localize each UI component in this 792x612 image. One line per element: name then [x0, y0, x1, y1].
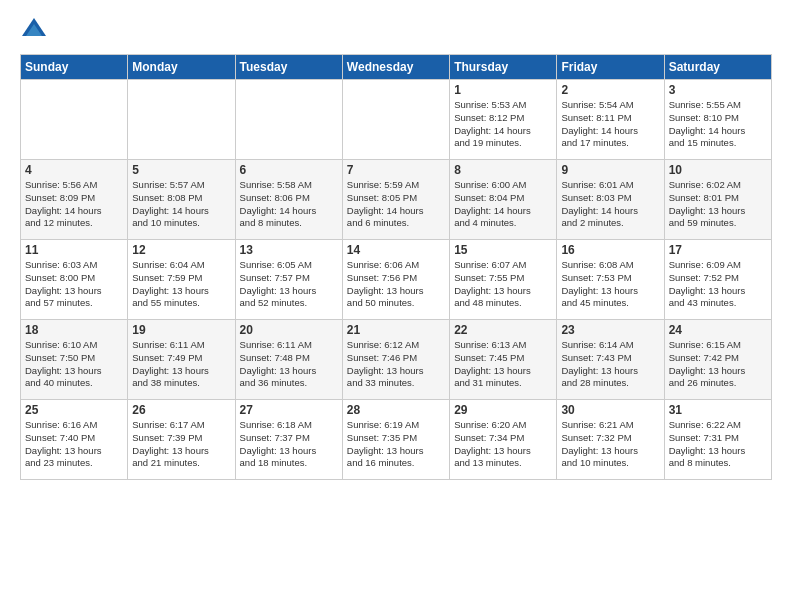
day-number: 26: [132, 403, 230, 417]
calendar-cell: 29Sunrise: 6:20 AM Sunset: 7:34 PM Dayli…: [450, 400, 557, 480]
week-row-3: 11Sunrise: 6:03 AM Sunset: 8:00 PM Dayli…: [21, 240, 772, 320]
day-number: 19: [132, 323, 230, 337]
day-info: Sunrise: 5:53 AM Sunset: 8:12 PM Dayligh…: [454, 99, 552, 150]
day-number: 2: [561, 83, 659, 97]
calendar-cell: 31Sunrise: 6:22 AM Sunset: 7:31 PM Dayli…: [664, 400, 771, 480]
header: [20, 16, 772, 44]
calendar-cell: 2Sunrise: 5:54 AM Sunset: 8:11 PM Daylig…: [557, 80, 664, 160]
calendar-cell: 24Sunrise: 6:15 AM Sunset: 7:42 PM Dayli…: [664, 320, 771, 400]
day-info: Sunrise: 6:14 AM Sunset: 7:43 PM Dayligh…: [561, 339, 659, 390]
calendar-cell: 21Sunrise: 6:12 AM Sunset: 7:46 PM Dayli…: [342, 320, 449, 400]
day-number: 20: [240, 323, 338, 337]
calendar-cell: 3Sunrise: 5:55 AM Sunset: 8:10 PM Daylig…: [664, 80, 771, 160]
day-number: 27: [240, 403, 338, 417]
day-info: Sunrise: 6:18 AM Sunset: 7:37 PM Dayligh…: [240, 419, 338, 470]
weekday-header-thursday: Thursday: [450, 55, 557, 80]
weekday-header-wednesday: Wednesday: [342, 55, 449, 80]
calendar-cell: 12Sunrise: 6:04 AM Sunset: 7:59 PM Dayli…: [128, 240, 235, 320]
day-info: Sunrise: 6:19 AM Sunset: 7:35 PM Dayligh…: [347, 419, 445, 470]
day-info: Sunrise: 5:58 AM Sunset: 8:06 PM Dayligh…: [240, 179, 338, 230]
day-number: 13: [240, 243, 338, 257]
calendar-cell: 4Sunrise: 5:56 AM Sunset: 8:09 PM Daylig…: [21, 160, 128, 240]
calendar-cell: [342, 80, 449, 160]
day-number: 18: [25, 323, 123, 337]
day-number: 17: [669, 243, 767, 257]
day-number: 24: [669, 323, 767, 337]
weekday-header-row: SundayMondayTuesdayWednesdayThursdayFrid…: [21, 55, 772, 80]
calendar-cell: 17Sunrise: 6:09 AM Sunset: 7:52 PM Dayli…: [664, 240, 771, 320]
day-info: Sunrise: 6:08 AM Sunset: 7:53 PM Dayligh…: [561, 259, 659, 310]
day-number: 31: [669, 403, 767, 417]
day-info: Sunrise: 6:03 AM Sunset: 8:00 PM Dayligh…: [25, 259, 123, 310]
day-number: 29: [454, 403, 552, 417]
day-info: Sunrise: 6:21 AM Sunset: 7:32 PM Dayligh…: [561, 419, 659, 470]
day-info: Sunrise: 6:13 AM Sunset: 7:45 PM Dayligh…: [454, 339, 552, 390]
calendar-cell: 15Sunrise: 6:07 AM Sunset: 7:55 PM Dayli…: [450, 240, 557, 320]
day-info: Sunrise: 6:16 AM Sunset: 7:40 PM Dayligh…: [25, 419, 123, 470]
calendar-cell: 19Sunrise: 6:11 AM Sunset: 7:49 PM Dayli…: [128, 320, 235, 400]
day-number: 22: [454, 323, 552, 337]
calendar-cell: 13Sunrise: 6:05 AM Sunset: 7:57 PM Dayli…: [235, 240, 342, 320]
calendar-cell: 14Sunrise: 6:06 AM Sunset: 7:56 PM Dayli…: [342, 240, 449, 320]
calendar-cell: 6Sunrise: 5:58 AM Sunset: 8:06 PM Daylig…: [235, 160, 342, 240]
day-info: Sunrise: 5:59 AM Sunset: 8:05 PM Dayligh…: [347, 179, 445, 230]
calendar-cell: 20Sunrise: 6:11 AM Sunset: 7:48 PM Dayli…: [235, 320, 342, 400]
day-info: Sunrise: 6:12 AM Sunset: 7:46 PM Dayligh…: [347, 339, 445, 390]
logo-icon: [20, 16, 48, 44]
day-number: 15: [454, 243, 552, 257]
day-number: 21: [347, 323, 445, 337]
calendar: SundayMondayTuesdayWednesdayThursdayFrid…: [20, 54, 772, 480]
calendar-cell: 9Sunrise: 6:01 AM Sunset: 8:03 PM Daylig…: [557, 160, 664, 240]
week-row-4: 18Sunrise: 6:10 AM Sunset: 7:50 PM Dayli…: [21, 320, 772, 400]
day-number: 7: [347, 163, 445, 177]
day-info: Sunrise: 5:54 AM Sunset: 8:11 PM Dayligh…: [561, 99, 659, 150]
calendar-cell: 7Sunrise: 5:59 AM Sunset: 8:05 PM Daylig…: [342, 160, 449, 240]
day-number: 1: [454, 83, 552, 97]
day-info: Sunrise: 6:02 AM Sunset: 8:01 PM Dayligh…: [669, 179, 767, 230]
day-info: Sunrise: 6:09 AM Sunset: 7:52 PM Dayligh…: [669, 259, 767, 310]
day-info: Sunrise: 6:17 AM Sunset: 7:39 PM Dayligh…: [132, 419, 230, 470]
weekday-header-sunday: Sunday: [21, 55, 128, 80]
weekday-header-monday: Monday: [128, 55, 235, 80]
day-info: Sunrise: 6:06 AM Sunset: 7:56 PM Dayligh…: [347, 259, 445, 310]
day-number: 11: [25, 243, 123, 257]
calendar-cell: 18Sunrise: 6:10 AM Sunset: 7:50 PM Dayli…: [21, 320, 128, 400]
day-info: Sunrise: 6:04 AM Sunset: 7:59 PM Dayligh…: [132, 259, 230, 310]
day-info: Sunrise: 5:56 AM Sunset: 8:09 PM Dayligh…: [25, 179, 123, 230]
calendar-cell: 27Sunrise: 6:18 AM Sunset: 7:37 PM Dayli…: [235, 400, 342, 480]
day-number: 4: [25, 163, 123, 177]
day-number: 8: [454, 163, 552, 177]
calendar-cell: 1Sunrise: 5:53 AM Sunset: 8:12 PM Daylig…: [450, 80, 557, 160]
day-number: 5: [132, 163, 230, 177]
week-row-2: 4Sunrise: 5:56 AM Sunset: 8:09 PM Daylig…: [21, 160, 772, 240]
day-number: 10: [669, 163, 767, 177]
day-number: 16: [561, 243, 659, 257]
weekday-header-friday: Friday: [557, 55, 664, 80]
day-info: Sunrise: 6:20 AM Sunset: 7:34 PM Dayligh…: [454, 419, 552, 470]
weekday-header-saturday: Saturday: [664, 55, 771, 80]
calendar-cell: 25Sunrise: 6:16 AM Sunset: 7:40 PM Dayli…: [21, 400, 128, 480]
day-number: 9: [561, 163, 659, 177]
calendar-cell: 30Sunrise: 6:21 AM Sunset: 7:32 PM Dayli…: [557, 400, 664, 480]
calendar-cell: 16Sunrise: 6:08 AM Sunset: 7:53 PM Dayli…: [557, 240, 664, 320]
day-info: Sunrise: 5:57 AM Sunset: 8:08 PM Dayligh…: [132, 179, 230, 230]
calendar-cell: 8Sunrise: 6:00 AM Sunset: 8:04 PM Daylig…: [450, 160, 557, 240]
day-info: Sunrise: 6:05 AM Sunset: 7:57 PM Dayligh…: [240, 259, 338, 310]
calendar-cell: 5Sunrise: 5:57 AM Sunset: 8:08 PM Daylig…: [128, 160, 235, 240]
calendar-cell: [21, 80, 128, 160]
day-number: 28: [347, 403, 445, 417]
day-number: 23: [561, 323, 659, 337]
week-row-1: 1Sunrise: 5:53 AM Sunset: 8:12 PM Daylig…: [21, 80, 772, 160]
calendar-cell: [235, 80, 342, 160]
day-number: 14: [347, 243, 445, 257]
page: SundayMondayTuesdayWednesdayThursdayFrid…: [0, 0, 792, 612]
weekday-header-tuesday: Tuesday: [235, 55, 342, 80]
day-number: 12: [132, 243, 230, 257]
day-info: Sunrise: 6:22 AM Sunset: 7:31 PM Dayligh…: [669, 419, 767, 470]
day-number: 6: [240, 163, 338, 177]
calendar-cell: 23Sunrise: 6:14 AM Sunset: 7:43 PM Dayli…: [557, 320, 664, 400]
day-info: Sunrise: 6:07 AM Sunset: 7:55 PM Dayligh…: [454, 259, 552, 310]
calendar-cell: 10Sunrise: 6:02 AM Sunset: 8:01 PM Dayli…: [664, 160, 771, 240]
calendar-cell: [128, 80, 235, 160]
day-number: 30: [561, 403, 659, 417]
